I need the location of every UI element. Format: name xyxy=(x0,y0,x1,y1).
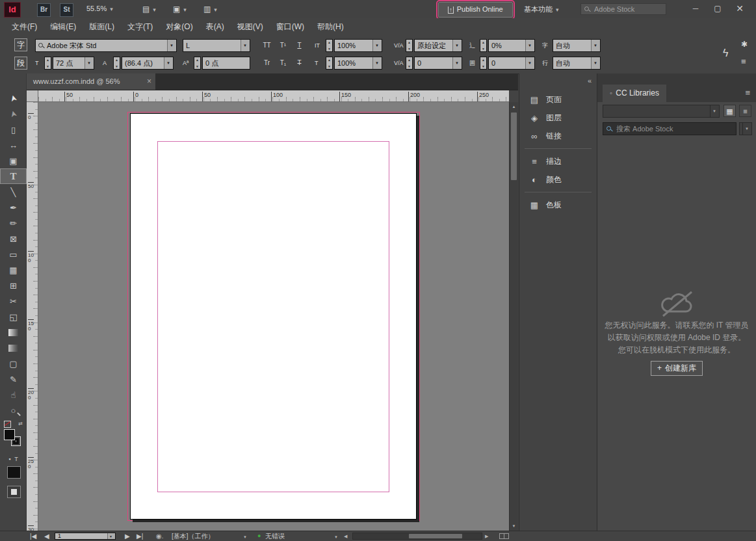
panel-pages[interactable]: ▤ 页面 xyxy=(519,90,597,109)
document-page[interactable] xyxy=(130,113,417,520)
zoom-tool[interactable]: ○ xyxy=(0,402,27,418)
preflight-status-text[interactable]: 无错误 xyxy=(265,531,285,541)
arrange-documents-button[interactable]: ▥ xyxy=(201,3,228,16)
formatting-affects-container-icon[interactable]: ▪ xyxy=(8,456,10,462)
list-view-button[interactable]: ≡ xyxy=(739,105,751,117)
scrollbar-thumb[interactable] xyxy=(511,112,517,180)
dropdown-arrow-icon[interactable] xyxy=(107,533,115,539)
maximize-button[interactable]: ▢ xyxy=(707,0,728,17)
vertical-grid-tool[interactable]: ⊞ xyxy=(0,278,27,293)
gradient-swatch-tool[interactable] xyxy=(0,324,27,340)
menu-file[interactable]: 文件(F) xyxy=(5,18,44,36)
minimize-button[interactable]: ─ xyxy=(685,0,706,17)
preflight-icon[interactable]: ◉. xyxy=(156,531,164,541)
preflight-profile[interactable]: [基本]（工作） xyxy=(172,531,215,541)
horizontal-ruler[interactable]: 50050100150200250 xyxy=(38,90,509,102)
stock-search-input[interactable]: Adobe Stock xyxy=(580,3,666,15)
dock-expand-button[interactable]: « xyxy=(588,77,590,85)
free-transform-tool[interactable]: ◱ xyxy=(0,309,27,324)
gradient-feather-tool[interactable] xyxy=(0,340,27,356)
dropdown-arrow-icon[interactable] xyxy=(591,57,600,69)
case-toggle-button[interactable]: TT xyxy=(259,39,275,52)
horizontal-grid-tool[interactable]: ▦ xyxy=(0,262,27,278)
leading-select[interactable]: (86.4 点) xyxy=(122,57,174,70)
next-page-button[interactable]: ▶ xyxy=(125,531,130,541)
hand-tool[interactable]: ☝ xyxy=(0,387,27,402)
proportional-metrics-select[interactable]: 0% xyxy=(488,39,535,52)
dropdown-arrow-icon[interactable] xyxy=(372,40,382,51)
panel-layers[interactable]: ◈ 图层 xyxy=(519,109,597,127)
vertical-scale-select[interactable]: 100% xyxy=(334,39,382,52)
split-window-button[interactable] xyxy=(499,533,509,539)
scroll-right-icon[interactable]: ▶ xyxy=(485,531,488,541)
menu-window[interactable]: 窗口(W) xyxy=(270,18,311,36)
pencil-tool[interactable]: ✏ xyxy=(0,215,27,231)
menu-type[interactable]: 文字(T) xyxy=(121,18,159,36)
panel-stroke[interactable]: ≡ 描边 xyxy=(519,152,597,170)
page-number-select[interactable]: 1 xyxy=(55,533,116,540)
rectangle-tool[interactable]: ▭ xyxy=(0,246,27,262)
dropdown-arrow-icon[interactable] xyxy=(710,105,719,117)
position-toggle-button[interactable]: T₁ xyxy=(275,57,291,70)
paragraph-formatting-button[interactable]: 段 xyxy=(14,57,27,70)
leading-stepper[interactable] xyxy=(113,57,120,70)
last-page-button[interactable]: ▶| xyxy=(137,531,143,541)
chevron-down-icon[interactable] xyxy=(243,531,247,541)
gap-tool[interactable]: ↔ xyxy=(0,137,27,153)
baseline-shift-stepper[interactable] xyxy=(194,57,201,70)
swap-colors-icon[interactable]: ⇄ xyxy=(18,421,23,427)
grid-view-button[interactable]: ▦ xyxy=(723,105,736,117)
view-options-button[interactable]: ▤ xyxy=(140,3,167,16)
line-tool[interactable]: ╲ xyxy=(0,184,27,200)
dropdown-arrow-icon[interactable] xyxy=(525,40,534,51)
dropdown-arrow-icon[interactable] xyxy=(591,40,600,51)
proportional-metrics-stepper[interactable] xyxy=(480,39,487,52)
tracking-stepper[interactable] xyxy=(406,57,413,70)
page-tool[interactable]: ▯ xyxy=(0,122,27,137)
baseline-shift-field[interactable]: 0 点 xyxy=(202,57,250,70)
quick-apply-icon[interactable]: ϟ xyxy=(723,47,728,59)
scissors-tool[interactable]: ✂ xyxy=(0,293,27,309)
scroll-up-icon[interactable]: ▲ xyxy=(510,102,518,111)
menu-edit[interactable]: 编辑(E) xyxy=(44,18,83,36)
cc-libraries-tab[interactable]: ◦CC Libraries xyxy=(603,85,666,102)
horizontal-scale-select[interactable]: 100% xyxy=(334,57,382,70)
first-page-button[interactable]: |◀ xyxy=(30,531,36,541)
publish-online-button[interactable]: ↑Publish Online xyxy=(438,2,513,18)
rectangle-frame-tool[interactable]: ⊠ xyxy=(0,231,27,246)
dropdown-arrow-icon[interactable] xyxy=(452,40,462,51)
dropdown-arrow-icon[interactable] xyxy=(525,57,534,69)
panel-links[interactable]: ∞ 链接 xyxy=(519,127,597,145)
create-library-button[interactable]: +创建新库 xyxy=(651,361,703,376)
scroll-left-icon[interactable]: ◀ xyxy=(344,531,347,541)
dropdown-arrow-icon[interactable] xyxy=(167,40,176,51)
menu-help[interactable]: 帮助(H) xyxy=(311,18,350,36)
document-tab[interactable]: www.uzzf.com.indd @ 56% × xyxy=(27,73,155,90)
menu-table[interactable]: 表(A) xyxy=(200,18,231,36)
panel-menu-icon[interactable]: ≡ xyxy=(741,57,746,66)
menu-object[interactable]: 对象(O) xyxy=(159,18,199,36)
selection-tool[interactable]: ➤ xyxy=(0,90,27,106)
dropdown-arrow-icon[interactable] xyxy=(241,40,250,51)
panel-swatches[interactable]: ▦ 色板 xyxy=(519,196,597,214)
kerning-stepper[interactable] xyxy=(406,39,413,52)
case-toggle-button[interactable]: T xyxy=(291,39,307,52)
dropdown-arrow-icon[interactable] xyxy=(452,57,462,69)
dropdown-arrow-icon[interactable] xyxy=(742,123,751,135)
vertical-ruler[interactable]: 050100150200250300 xyxy=(27,102,38,531)
dropdown-arrow-icon[interactable] xyxy=(164,57,173,69)
font-size-select[interactable]: 72 点 xyxy=(53,57,94,70)
grid-count-stepper[interactable] xyxy=(480,57,487,70)
position-toggle-button[interactable]: Tr xyxy=(259,57,275,70)
menu-layout[interactable]: 版面(L) xyxy=(83,18,121,36)
panel-color[interactable]: ◐ 颜色 xyxy=(519,170,597,189)
font-family-select[interactable]: Adobe 宋体 Std xyxy=(35,39,177,52)
screen-mode-button[interactable]: ▣ xyxy=(170,3,198,16)
view-mode-button[interactable] xyxy=(7,486,21,498)
close-button[interactable]: ✕ xyxy=(729,0,750,17)
ruler-origin[interactable] xyxy=(27,90,38,102)
vertical-scale-stepper[interactable] xyxy=(326,39,333,52)
note-tool[interactable]: ▢ xyxy=(0,356,27,371)
tab-close-icon[interactable]: × xyxy=(147,73,151,90)
fill-swatch[interactable] xyxy=(4,429,15,440)
